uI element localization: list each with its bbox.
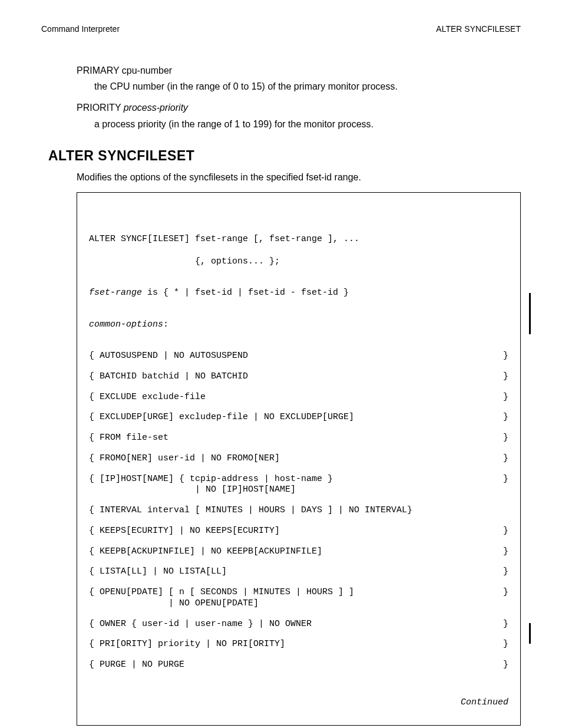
option-closer: } bbox=[503, 619, 508, 630]
syntax-line: common-options: bbox=[89, 319, 508, 331]
syntax-line: {, options... }; bbox=[89, 256, 508, 268]
change-bar bbox=[529, 623, 531, 644]
syntax-option: { EXCLUDEP[URGE] excludep-file | NO EXCL… bbox=[89, 412, 508, 423]
term-text: PRIMARY cpu-number bbox=[77, 65, 172, 75]
section-intro: Modifies the options of the syncfilesets… bbox=[77, 171, 521, 184]
syntax-option: { KEEPS[ECURITY] | NO KEEPS[ECURITY]} bbox=[89, 526, 508, 537]
option-closer: } bbox=[503, 639, 508, 650]
syntax-option: { PRI[ORITY] priority | NO PRI[ORITY]} bbox=[89, 639, 508, 650]
syntax-line: ALTER SYNCF[ILESET] fset-range [, fset-r… bbox=[89, 234, 508, 245]
syntax-option: { INTERVAL interval [ MINUTES | HOURS | … bbox=[89, 505, 508, 516]
option-closer: } bbox=[503, 351, 508, 362]
option-closer: } bbox=[503, 526, 508, 537]
syntax-option: { EXCLUDE exclude-file} bbox=[89, 392, 508, 403]
term-text: PRIORITY bbox=[77, 103, 124, 113]
syntax-option: { OWNER { user-id | user-name } | NO OWN… bbox=[89, 619, 508, 630]
option-text: { BATCHID batchid | NO BATCHID bbox=[89, 371, 248, 383]
syntax-option: { FROMO[NER] user-id | NO FROMO[NER]} bbox=[89, 453, 508, 465]
definition-desc: the CPU number (in the range of 0 to 15)… bbox=[94, 80, 521, 93]
syntax-option: { KEEPB[ACKUPINFILE] | NO KEEPB[ACKUPINF… bbox=[89, 546, 508, 558]
option-text: { KEEPB[ACKUPINFILE] | NO KEEPB[ACKUPINF… bbox=[89, 546, 322, 558]
syntax-option: { FROM file-set} bbox=[89, 433, 508, 444]
option-text: { EXCLUDE exclude-file bbox=[89, 392, 206, 403]
continued-label: Continued bbox=[89, 697, 508, 709]
option-text: { PRI[ORITY] priority | NO PRI[ORITY] bbox=[89, 639, 285, 650]
header-right: ALTER SYNCFILESET bbox=[436, 24, 521, 35]
option-text: { PURGE | NO PURGE bbox=[89, 660, 184, 671]
option-text: { INTERVAL interval [ MINUTES | HOURS | … bbox=[89, 505, 412, 516]
option-text: { FROMO[NER] user-id | NO FROMO[NER] bbox=[89, 453, 280, 465]
option-text: { EXCLUDEP[URGE] excludep-file | NO EXCL… bbox=[89, 412, 354, 423]
option-text: { OPENU[PDATE] [ n [ SECONDS | MINUTES |… bbox=[89, 587, 354, 610]
syntax-option: { OPENU[PDATE] [ n [ SECONDS | MINUTES |… bbox=[89, 587, 508, 610]
option-closer: } bbox=[503, 587, 508, 610]
option-closer: } bbox=[503, 371, 508, 383]
option-text: { [IP]HOST[NAME] { tcpip-address | host-… bbox=[89, 474, 333, 496]
syntax-line: fset-range is { * | fset-id | fset-id - … bbox=[89, 288, 508, 299]
option-closer: } bbox=[503, 474, 508, 496]
section-heading: ALTER SYNCFILESET bbox=[48, 147, 521, 165]
syntax-option: { PURGE | NO PURGE} bbox=[89, 660, 508, 671]
option-closer: } bbox=[503, 433, 508, 444]
definition-term: PRIMARY cpu-number bbox=[77, 64, 521, 77]
option-closer: } bbox=[503, 453, 508, 465]
option-text: { AUTOSUSPEND | NO AUTOSUSPEND bbox=[89, 351, 248, 362]
option-closer: } bbox=[503, 412, 508, 423]
syntax-option: { [IP]HOST[NAME] { tcpip-address | host-… bbox=[89, 474, 508, 496]
definition-term: PRIORITY process-priority bbox=[77, 101, 521, 114]
syntax-box: ALTER SYNCF[ILESET] fset-range [, fset-r… bbox=[77, 192, 521, 726]
change-bar bbox=[529, 293, 531, 334]
option-closer: } bbox=[503, 566, 508, 578]
syntax-option: { AUTOSUSPEND | NO AUTOSUSPEND} bbox=[89, 351, 508, 362]
option-text: { OWNER { user-id | user-name } | NO OWN… bbox=[89, 619, 312, 630]
option-text: { KEEPS[ECURITY] | NO KEEPS[ECURITY] bbox=[89, 526, 280, 537]
option-closer: } bbox=[503, 546, 508, 558]
page-header: Command Interpreter ALTER SYNCFILESET bbox=[41, 24, 521, 35]
definition-desc: a process priority (in the range of 1 to… bbox=[94, 118, 521, 131]
header-left: Command Interpreter bbox=[41, 24, 120, 35]
term-italic: process-priority bbox=[124, 103, 188, 113]
syntax-option: { BATCHID batchid | NO BATCHID} bbox=[89, 371, 508, 383]
option-text: { FROM file-set bbox=[89, 433, 168, 444]
option-closer: } bbox=[503, 660, 508, 671]
option-closer: } bbox=[503, 392, 508, 403]
option-text: { LISTA[LL] | NO LISTA[LL] bbox=[89, 566, 227, 578]
syntax-option: { LISTA[LL] | NO LISTA[LL]} bbox=[89, 566, 508, 578]
